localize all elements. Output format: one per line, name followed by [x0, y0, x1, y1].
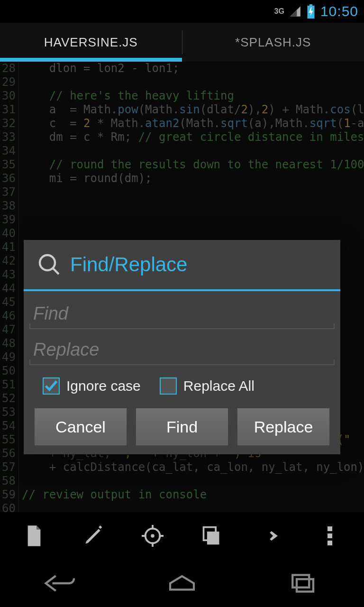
- svg-rect-5: [328, 533, 332, 538]
- ignore-case-checkbox[interactable]: Ignore case: [43, 377, 141, 395]
- back-icon[interactable]: [0, 560, 121, 607]
- file-icon[interactable]: [15, 522, 53, 550]
- target-icon[interactable]: [134, 522, 172, 550]
- find-button[interactable]: Find: [136, 408, 228, 446]
- copy-icon[interactable]: [192, 522, 230, 550]
- svg-rect-6: [328, 541, 332, 545]
- search-icon: [38, 253, 61, 276]
- replace-all-checkbox[interactable]: Replace All: [160, 377, 255, 395]
- pencil-icon[interactable]: [74, 522, 112, 550]
- cancel-button[interactable]: Cancel: [34, 408, 127, 446]
- home-icon[interactable]: [121, 560, 243, 607]
- find-replace-dialog: Find/Replace Ignore case Replace All: [24, 240, 340, 454]
- tab-splash[interactable]: *SPLASH.JS: [182, 23, 364, 62]
- checkbox-label: Replace All: [183, 378, 255, 394]
- tab-bar: HAVERSINE.JS *SPLASH.JS: [0, 23, 364, 62]
- network-label: 3G: [274, 7, 284, 16]
- signal-icon: [289, 5, 301, 18]
- button-label: Find: [166, 418, 198, 436]
- tab-haversine[interactable]: HAVERSINE.JS: [0, 23, 182, 62]
- clock: 10:50: [320, 3, 358, 19]
- tab-label: *SPLASH.JS: [235, 35, 311, 50]
- dialog-title: Find/Replace: [70, 253, 187, 276]
- svg-rect-8: [292, 575, 309, 588]
- checkbox-icon: [43, 377, 60, 395]
- status-bar: 3G 10:50: [0, 0, 364, 23]
- dialog-header: Find/Replace: [24, 240, 340, 291]
- checkbox-icon: [160, 377, 177, 395]
- battery-icon: [306, 4, 316, 18]
- svg-rect-7: [297, 579, 313, 591]
- find-input[interactable]: [29, 299, 335, 329]
- replace-input[interactable]: [29, 335, 335, 365]
- button-label: Cancel: [55, 418, 106, 436]
- overflow-icon[interactable]: [311, 522, 349, 550]
- recent-icon[interactable]: [243, 560, 364, 607]
- tab-label: HAVERSINE.JS: [44, 35, 138, 50]
- replace-button[interactable]: Replace: [237, 408, 330, 446]
- svg-rect-4: [328, 526, 332, 531]
- checkbox-label: Ignore case: [66, 378, 141, 394]
- svg-point-1: [151, 534, 155, 538]
- svg-rect-2: [207, 532, 219, 545]
- editor[interactable]: 28 dlon = lon2 - lon1;2930 // here's the…: [0, 62, 364, 512]
- system-nav-bar: [0, 560, 364, 607]
- app-toolbar: [0, 512, 364, 560]
- run-icon[interactable]: [252, 522, 290, 550]
- button-label: Replace: [254, 418, 313, 436]
